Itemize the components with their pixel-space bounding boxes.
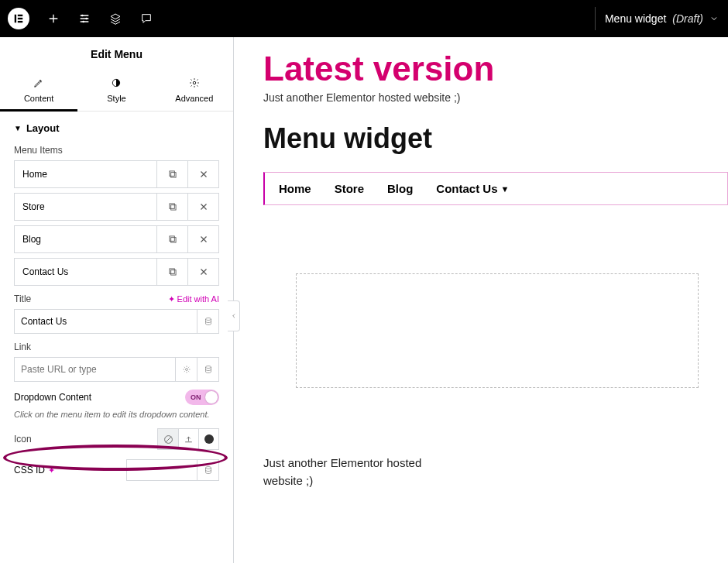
duplicate-button[interactable] <box>156 259 187 285</box>
svg-point-5 <box>85 18 88 20</box>
panel-collapse-handle[interactable] <box>228 300 240 331</box>
preview-menu-item[interactable]: Home <box>279 182 311 195</box>
link-input[interactable] <box>15 358 175 381</box>
site-tagline: Just another Elementor hosted website ;) <box>263 91 728 104</box>
notes-button[interactable] <box>132 0 161 37</box>
panel-title: Edit Menu <box>0 37 233 71</box>
svg-rect-2 <box>18 18 22 19</box>
topbar-separator <box>595 7 596 30</box>
remove-button[interactable] <box>187 226 218 252</box>
site-settings-button[interactable] <box>70 0 99 37</box>
menu-item-row[interactable]: Blog <box>14 225 219 253</box>
sliders-icon <box>78 12 91 25</box>
dot-icon <box>204 434 214 444</box>
icon-none-button[interactable] <box>158 429 178 449</box>
empty-container-placeholder[interactable] <box>296 273 699 388</box>
tab-advanced[interactable]: Advanced <box>156 71 233 111</box>
tab-content[interactable]: Content <box>0 71 77 111</box>
edit-with-ai-button[interactable]: ✦ Edit with AI <box>168 294 219 304</box>
menu-item-row[interactable]: Contact Us <box>14 258 219 286</box>
icon-label: Icon <box>14 434 32 445</box>
svg-rect-9 <box>170 173 175 177</box>
elementor-icon <box>13 13 24 24</box>
database-icon <box>204 465 213 475</box>
menu-widget-preview[interactable]: Home Store Blog Contact Us ▼ <box>263 172 728 205</box>
menu-item-row[interactable]: Store <box>14 193 219 221</box>
title-input[interactable] <box>15 310 197 333</box>
duplicate-button[interactable] <box>156 161 187 187</box>
copy-icon <box>167 201 178 212</box>
svg-rect-0 <box>15 15 16 23</box>
topbar: Menu widget (Draft) <box>0 0 728 37</box>
elementor-logo[interactable] <box>0 0 37 37</box>
cssid-label: CSS ID ✦ <box>14 465 55 475</box>
svg-rect-14 <box>169 236 173 241</box>
cssid-row: CSS ID ✦ <box>14 459 219 481</box>
structure-button[interactable] <box>101 0 130 37</box>
cssid-input[interactable] <box>127 460 197 480</box>
icon-upload-button[interactable] <box>178 429 198 449</box>
panel-body: ▼ Layout Menu Items Home Store Blog <box>0 112 233 492</box>
remove-button[interactable] <box>187 194 218 220</box>
copy-icon <box>167 169 178 180</box>
dynamic-tags-button[interactable] <box>197 460 218 480</box>
close-icon <box>198 201 209 212</box>
svg-point-6 <box>82 21 84 23</box>
remove-button[interactable] <box>187 259 218 285</box>
preview-menu-item[interactable]: Blog <box>387 182 413 195</box>
document-title: Menu widget <box>605 12 666 25</box>
svg-rect-1 <box>18 15 22 16</box>
dropdown-content-row: Dropdown Content ON <box>14 390 219 405</box>
layers-icon <box>109 12 122 25</box>
close-icon <box>198 266 209 277</box>
close-icon <box>198 169 209 180</box>
page-title: Menu widget <box>263 122 728 155</box>
svg-rect-11 <box>170 205 175 210</box>
close-icon <box>198 234 209 245</box>
caret-down-icon: ▼ <box>14 124 22 132</box>
add-element-button[interactable] <box>39 0 68 37</box>
database-icon <box>204 365 213 374</box>
dynamic-tags-button[interactable] <box>197 358 218 381</box>
svg-point-19 <box>205 366 211 369</box>
preview-canvas: Latest version Just another Elementor ho… <box>234 37 728 563</box>
menu-item-row[interactable]: Home <box>14 160 219 188</box>
chevron-left-icon <box>231 313 237 319</box>
icon-library-button[interactable] <box>198 429 218 449</box>
ai-sparkle-icon[interactable]: ✦ <box>48 465 55 475</box>
ban-icon <box>163 434 173 445</box>
duplicate-button[interactable] <box>156 194 187 220</box>
database-icon <box>204 317 213 326</box>
toggle-knob <box>205 391 218 403</box>
duplicate-button[interactable] <box>156 226 187 252</box>
site-title[interactable]: Latest version <box>263 50 728 88</box>
title-label: Title <box>14 294 31 304</box>
title-input-wrap <box>14 309 219 334</box>
link-label: Link <box>14 342 219 352</box>
cssid-input-wrap <box>126 459 219 481</box>
dropdown-content-label: Dropdown Content <box>14 392 91 403</box>
copy-icon <box>167 266 178 277</box>
svg-rect-3 <box>18 21 22 22</box>
svg-point-21 <box>205 467 211 469</box>
svg-point-4 <box>81 15 84 17</box>
menu-items-label: Menu Items <box>14 145 219 156</box>
remove-button[interactable] <box>187 161 218 187</box>
link-input-wrap <box>14 357 219 382</box>
icon-choice-buttons <box>157 428 219 450</box>
svg-rect-13 <box>170 238 175 242</box>
dropdown-content-toggle[interactable]: ON <box>185 390 219 405</box>
dynamic-tags-button[interactable] <box>197 310 218 333</box>
link-options-button[interactable] <box>175 358 197 381</box>
preview-menu-item[interactable]: Store <box>335 182 364 195</box>
tab-style[interactable]: Style <box>77 71 155 111</box>
section-layout-header[interactable]: ▼ Layout <box>14 122 219 134</box>
ai-sparkle-icon: ✦ <box>168 294 175 304</box>
svg-rect-12 <box>169 204 173 208</box>
svg-rect-16 <box>169 269 173 273</box>
gear-icon <box>182 365 191 374</box>
document-title-dropdown[interactable]: Menu widget (Draft) <box>605 12 719 25</box>
caret-down-icon: ▼ <box>501 184 510 194</box>
topbar-left <box>0 0 161 37</box>
preview-menu-item[interactable]: Contact Us ▼ <box>436 182 509 195</box>
